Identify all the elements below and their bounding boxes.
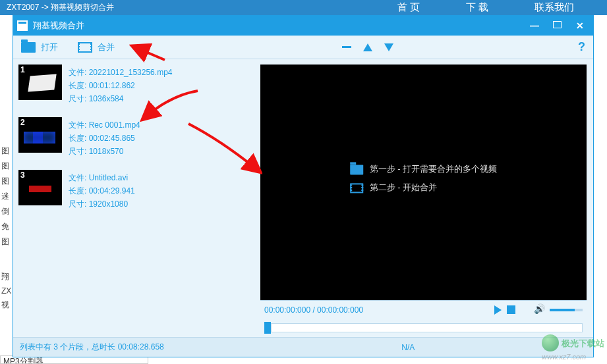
clip-item[interactable]: 3 文件: Untitled.avi 长度: 00:04:29.941 尺寸: … <box>18 170 248 211</box>
film-icon <box>78 42 92 53</box>
status-left: 列表中有 3 个片段，总时长 00:08:28.658 <box>20 342 164 353</box>
background-sidebar: 图 图 图 迷 倒 免 图 翔 ZX 视 <box>0 15 13 364</box>
hint-step1: 第一步 - 打开需要合并的多个视频 <box>370 160 498 178</box>
transport-bar: 00:00:00:000 / 00:00:00:000 <box>260 300 587 319</box>
open-button[interactable]: 打开 <box>21 41 58 53</box>
clip-thumbnail: 1 <box>18 65 62 100</box>
nav-home[interactable]: 首 页 <box>397 1 420 14</box>
play-button[interactable] <box>494 305 502 315</box>
clip-size: 1018x570 <box>89 147 124 156</box>
window-title: 翔基视频合并 <box>33 20 84 32</box>
clip-size: 1920x1080 <box>89 199 128 209</box>
app-icon <box>17 20 28 31</box>
clip-thumbnail: 3 <box>18 170 62 205</box>
volume-icon[interactable] <box>535 305 544 315</box>
clip-item[interactable]: 2 文件: Rec 0001.mp4 长度: 00:02:45.865 尺寸: … <box>18 117 248 158</box>
clip-list: 1 文件: 20221012_153256.mp4 长度: 00:01:12.8… <box>13 59 254 337</box>
folder-icon <box>21 42 36 53</box>
stop-button[interactable] <box>507 305 515 314</box>
clip-thumbnail: 2 <box>18 117 62 153</box>
nav-contact[interactable]: 联系我们 <box>535 1 574 14</box>
window-close-button[interactable] <box>571 20 589 32</box>
clip-meta: 文件: Rec 0001.mp4 长度: 00:02:45.865 尺寸: 10… <box>69 117 140 158</box>
player-panel: 第一步 - 打开需要合并的多个视频 第二步 - 开始合并 00:00:00:00… <box>254 59 593 337</box>
status-right: N/A <box>335 343 415 352</box>
status-bar: 列表中有 3 个片段，总时长 00:08:28.658 N/A <box>13 337 593 357</box>
clip-filename: Untitled.avi <box>89 173 128 182</box>
seek-bar[interactable] <box>260 319 587 334</box>
video-preview[interactable]: 第一步 - 打开需要合并的多个视频 第二步 - 开始合并 <box>260 65 587 300</box>
clip-size: 1036x584 <box>89 94 124 103</box>
film-icon <box>350 183 363 193</box>
toolbar: 打开 合并 ? <box>13 36 593 59</box>
volume-slider[interactable] <box>550 309 583 311</box>
app-window: 翔基视频合并 打开 合并 ? 1 <box>13 15 594 357</box>
outer-nav: 首 页 下 载 联系我们 <box>397 1 600 14</box>
remove-button[interactable] <box>342 46 351 48</box>
clip-filename: Rec 0001.mp4 <box>89 120 140 130</box>
clip-item[interactable]: 1 文件: 20221012_153256.mp4 长度: 00:01:12.8… <box>18 65 248 105</box>
clip-length: 00:04:29.941 <box>89 186 135 195</box>
move-up-button[interactable] <box>363 43 372 51</box>
time-display: 00:00:00:000 / 00:00:00:000 <box>264 305 363 315</box>
merge-button[interactable]: 合并 <box>78 41 115 53</box>
breadcrumb: ZXT2007 -> 翔基视频剪切合并 <box>7 2 114 13</box>
title-bar[interactable]: 翔基视频合并 <box>13 16 593 36</box>
window-minimize-button[interactable] <box>525 20 544 32</box>
clip-length: 00:01:12.862 <box>89 81 135 90</box>
folder-icon <box>350 165 363 174</box>
clip-filename: 20221012_153256.mp4 <box>89 68 173 77</box>
outer-header: ZXT2007 -> 翔基视频剪切合并 首 页 下 载 联系我们 <box>0 0 607 15</box>
window-maximize-button[interactable] <box>553 21 562 28</box>
move-down-button[interactable] <box>384 43 393 51</box>
clip-meta: 文件: 20221012_153256.mp4 长度: 00:01:12.862… <box>69 65 172 105</box>
seek-handle[interactable] <box>264 322 271 334</box>
clip-meta: 文件: Untitled.avi 长度: 00:04:29.941 尺寸: 19… <box>69 170 135 211</box>
help-button[interactable]: ? <box>578 40 585 54</box>
nav-download[interactable]: 下 载 <box>466 1 488 14</box>
hint-step2: 第二步 - 开始合并 <box>370 178 438 197</box>
clip-length: 00:02:45.865 <box>89 134 135 143</box>
